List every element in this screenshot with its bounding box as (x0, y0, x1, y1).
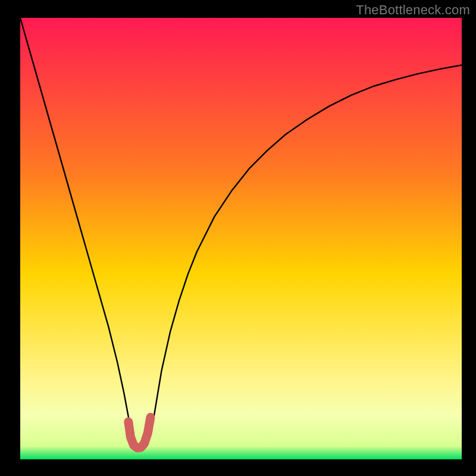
bottleneck-chart (0, 0, 476, 476)
plot-background (20, 18, 462, 459)
chart-frame: { "watermark": "TheBottleneck.com", "col… (0, 0, 476, 476)
watermark-text: TheBottleneck.com (356, 2, 470, 18)
